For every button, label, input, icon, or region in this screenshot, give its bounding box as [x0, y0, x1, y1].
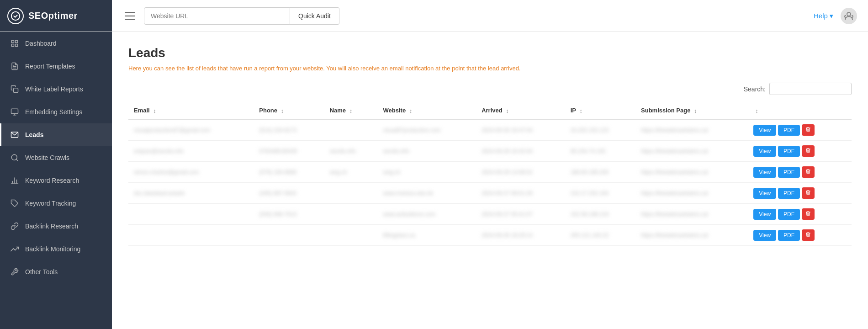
- pdf-button[interactable]: PDF: [778, 188, 800, 199]
- topbar-center: Quick Audit: [112, 7, 814, 25]
- cell-ip: 210.17.252.164: [565, 183, 635, 204]
- link-icon: [11, 222, 19, 230]
- col-actions: ↕: [748, 102, 852, 119]
- logo-text: SEOptimer: [28, 11, 78, 21]
- svg-rect-8: [11, 109, 18, 114]
- leads-table: Email ↕ Phone ↕ Name ↕ Website ↕: [128, 102, 852, 246]
- delete-button[interactable]: [802, 187, 815, 199]
- cell-website: wng.ch: [378, 162, 476, 183]
- sidebar-item-website-crawls[interactable]: Website Crawls: [0, 146, 112, 169]
- view-button[interactable]: View: [753, 230, 776, 241]
- sidebar-item-white-label-reports[interactable]: White Label Reports: [0, 78, 112, 101]
- view-button[interactable]: View: [753, 188, 776, 199]
- cell-arrived: 2024-09-29 16:42:04: [476, 141, 565, 162]
- cell-website: liftingstars.ca: [378, 225, 476, 246]
- sort-submission-icon: ↕: [694, 107, 697, 114]
- url-input[interactable]: [144, 7, 290, 25]
- trash-icon: [805, 169, 811, 174]
- view-button[interactable]: View: [753, 146, 776, 157]
- col-email[interactable]: Email ↕: [128, 102, 254, 119]
- cell-actions: View PDF: [748, 141, 852, 162]
- view-button[interactable]: View: [753, 125, 776, 136]
- sidebar-item-backlink-monitoring[interactable]: Backlink Monitoring: [0, 238, 112, 260]
- cell-website: www.acibuildcon.com: [378, 204, 476, 225]
- sidebar-item-leads[interactable]: Leads: [0, 123, 112, 146]
- search-label: Search:: [744, 85, 766, 93]
- sidebar-item-dashboard[interactable]: Dashboard: [0, 32, 112, 55]
- col-name[interactable]: Name ↕: [324, 102, 378, 119]
- pdf-button[interactable]: PDF: [778, 125, 800, 136]
- sort-ip-icon: ↕: [579, 107, 582, 114]
- col-phone[interactable]: Phone ↕: [254, 102, 324, 119]
- cell-name: [324, 225, 378, 246]
- delete-button[interactable]: [802, 145, 815, 157]
- svg-rect-4: [16, 44, 18, 47]
- cell-email: visualproduction87@gmail.com: [128, 119, 254, 141]
- cell-email: enlpars@serolis.info: [128, 141, 254, 162]
- search-input[interactable]: [769, 83, 852, 95]
- cell-actions: View PDF: [748, 204, 852, 225]
- table-header: Email ↕ Phone ↕ Name ↕ Website ↕: [128, 102, 852, 119]
- view-button[interactable]: View: [753, 209, 776, 220]
- delete-button[interactable]: [802, 208, 815, 220]
- sort-actions-icon: ↕: [755, 107, 758, 114]
- logo-area: SEOptimer: [0, 0, 112, 32]
- sidebar-item-other-tools-label: Other Tools: [25, 268, 58, 276]
- sidebar: Dashboard Report Templates White Label R…: [0, 32, 112, 329]
- col-website[interactable]: Website ↕: [378, 102, 476, 119]
- cell-actions: View PDF: [748, 162, 852, 183]
- sidebar-item-report-templates-label: Report Templates: [25, 63, 75, 70]
- cell-website: serolis.info: [378, 141, 476, 162]
- cell-arrived: 2024-09-29 13:08:02: [476, 162, 565, 183]
- delete-button[interactable]: [802, 124, 815, 136]
- delete-button[interactable]: [802, 166, 815, 178]
- cell-phone: [254, 225, 324, 246]
- col-submission[interactable]: Submission Page ↕: [635, 102, 748, 119]
- pdf-button[interactable]: PDF: [778, 209, 800, 220]
- trending-icon: [11, 245, 19, 253]
- sidebar-item-report-templates[interactable]: Report Templates: [0, 55, 112, 78]
- tag-icon: [11, 199, 19, 207]
- cell-email: [128, 225, 254, 246]
- cell-phone: (540) 948-7013: [254, 204, 324, 225]
- cell-arrived: 2024-09-30 16:47:04: [476, 119, 565, 141]
- pdf-button[interactable]: PDF: [778, 167, 800, 178]
- sort-email-icon: ↕: [153, 107, 156, 114]
- search-row: Search:: [128, 83, 852, 95]
- pdf-button[interactable]: PDF: [778, 230, 800, 241]
- view-button[interactable]: View: [753, 167, 776, 178]
- delete-button[interactable]: [802, 229, 815, 241]
- bar-chart-icon: [11, 176, 19, 185]
- col-arrived[interactable]: Arrived ↕: [476, 102, 565, 119]
- pdf-button[interactable]: PDF: [778, 146, 800, 157]
- sidebar-item-keyword-tracking[interactable]: Keyword Tracking: [0, 192, 112, 215]
- help-button[interactable]: Help ▾: [814, 12, 833, 20]
- trash-icon: [805, 127, 811, 132]
- main-layout: Dashboard Report Templates White Label R…: [0, 32, 868, 329]
- svg-point-0: [847, 12, 851, 16]
- table-body: visualproduction87@gmail.com(514) 234-81…: [128, 119, 852, 246]
- quick-audit-button[interactable]: Quick Audit: [290, 7, 339, 25]
- monitor-icon: [11, 108, 19, 116]
- user-avatar[interactable]: [841, 8, 857, 24]
- sidebar-item-white-label-label: White Label Reports: [25, 85, 83, 93]
- cell-submission_page: https://thewebmarketers.ca/: [635, 162, 748, 183]
- cell-phone: (579) 194-6680: [254, 162, 324, 183]
- logo-icon: [7, 8, 24, 24]
- cell-email: dsc.dwedwsd.wswdv: [128, 183, 254, 204]
- sidebar-item-dashboard-label: Dashboard: [25, 40, 57, 47]
- sort-name-icon: ↕: [349, 107, 353, 114]
- trash-icon: [805, 148, 811, 153]
- col-ip[interactable]: IP ↕: [565, 102, 635, 119]
- cell-submission_page: https://thewebmarketers.ca/: [635, 225, 748, 246]
- sidebar-item-backlink-research[interactable]: Backlink Research: [0, 215, 112, 238]
- sidebar-item-embedding-settings[interactable]: Embedding Settings: [0, 101, 112, 123]
- sidebar-item-other-tools[interactable]: Other Tools: [0, 260, 112, 283]
- trash-icon: [805, 190, 811, 195]
- topbar-right: Help ▾: [814, 8, 868, 24]
- cell-submission_page: https://thewebmarketers.ca/: [635, 141, 748, 162]
- cell-email: [128, 204, 254, 225]
- cell-ip: 205.121.140.22: [565, 225, 635, 246]
- hamburger-button[interactable]: [121, 9, 138, 23]
- sidebar-item-keyword-research[interactable]: Keyword Research: [0, 169, 112, 192]
